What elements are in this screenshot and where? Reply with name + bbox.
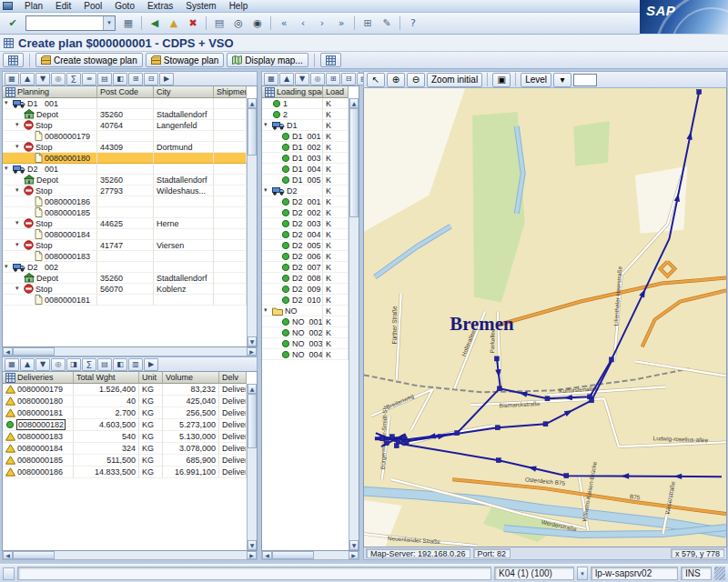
sum-button[interactable]: ∑: [82, 358, 96, 371]
planning-overview-button[interactable]: [3, 53, 24, 67]
column-header-post-code[interactable]: Post Code: [97, 86, 154, 98]
loading-space-row[interactable]: NO 004K: [262, 349, 359, 360]
back-button[interactable]: ◀: [146, 15, 164, 32]
expand-all-button[interactable]: ⊞: [128, 73, 143, 85]
pointer-button[interactable]: ↖: [367, 73, 385, 87]
menu-extras[interactable]: Extras: [141, 1, 179, 11]
expander-icon[interactable]: ▾: [264, 186, 272, 196]
loading-space-row[interactable]: NO 003K: [262, 338, 359, 349]
collapse-all-button[interactable]: ⊟: [341, 73, 356, 85]
scrollbar-thumb[interactable]: [13, 347, 55, 356]
export-button[interactable]: ◧: [113, 73, 127, 85]
choose-layout-button[interactable]: ▦: [5, 358, 19, 371]
create-stowage-plan-button[interactable]: Create stowage plan: [35, 53, 143, 67]
delivery-row[interactable]: 00800001812.700KG256,500Delivery: [3, 407, 257, 419]
scrollbar-thumb[interactable]: [349, 108, 359, 217]
previous-page-button[interactable]: ‹: [294, 15, 312, 32]
column-header-total-wght[interactable]: Total Wght: [74, 372, 139, 384]
expander-icon[interactable]: ▾: [5, 164, 13, 174]
planning-tree-row[interactable]: Depot35260Stadtallendorf: [3, 273, 257, 284]
column-header-load[interactable]: Load: [323, 86, 349, 98]
planning-tree-row[interactable]: 0080000185: [3, 207, 257, 218]
planning-tree-row[interactable]: ▾Stop27793Wildeshaus...: [3, 186, 257, 196]
menu-help[interactable]: Help: [223, 1, 255, 11]
scroll-left-button[interactable]: ◀: [3, 347, 13, 356]
loading-space-row[interactable]: ▾D1K: [262, 120, 359, 131]
scrollbar-thumb[interactable]: [13, 551, 55, 559]
scroll-up-button[interactable]: ▲: [248, 384, 257, 394]
scroll-right-button[interactable]: ▶: [247, 551, 257, 559]
sort-ascending-button[interactable]: ▲: [20, 73, 35, 85]
expander-icon[interactable]: ▾: [5, 262, 13, 272]
zoom-out-button[interactable]: ⊖: [407, 73, 425, 87]
save-button[interactable]: ▦: [119, 15, 137, 32]
last-page-button[interactable]: »: [332, 15, 350, 32]
first-page-button[interactable]: «: [275, 15, 293, 32]
zoom-initial-button[interactable]: Zoom initial: [427, 73, 482, 87]
command-dropdown-icon[interactable]: ▾: [103, 16, 115, 30]
sort-descending-button[interactable]: ▼: [35, 73, 50, 85]
find-button[interactable]: ◎: [310, 73, 325, 85]
planning-tree-row[interactable]: Depot35260Stadtallendorf: [3, 109, 257, 120]
sort-descending-button[interactable]: ▼: [35, 358, 50, 371]
loading-space-row[interactable]: D1 001K: [262, 131, 359, 142]
planning-tree-row[interactable]: 0080000184: [3, 229, 257, 240]
scrollbar-thumb[interactable]: [248, 108, 257, 156]
expand-all-button[interactable]: ⊞: [326, 73, 340, 85]
delivery-row[interactable]: 008000018040KG425,040Delivery: [3, 396, 257, 407]
menu-pool[interactable]: Pool: [77, 1, 108, 11]
column-header-planning[interactable]: Planning: [3, 86, 97, 98]
scroll-left-button[interactable]: ◀: [262, 551, 272, 559]
column-header-city[interactable]: City: [154, 86, 214, 98]
scrollbar-track[interactable]: [314, 551, 349, 559]
find-button[interactable]: ◎: [51, 73, 66, 85]
delivery-row[interactable]: 0080000183540KG5.130,000Delivery: [3, 431, 257, 443]
choose-layout-button[interactable]: ▦: [264, 73, 278, 85]
delivery-row[interactable]: 0080000184324KG3.078,000Delivery: [3, 443, 257, 455]
scroll-left-button[interactable]: ◀: [3, 551, 13, 559]
expander-icon[interactable]: ▾: [264, 120, 272, 130]
scrollbar-thumb[interactable]: [248, 394, 257, 448]
vertical-scrollbar[interactable]: ▲▼: [247, 384, 257, 550]
loading-space-row[interactable]: D2 005K: [262, 240, 359, 251]
resize-grip[interactable]: [714, 567, 725, 580]
loading-space-row[interactable]: D1 003K: [262, 153, 359, 164]
loading-space-row[interactable]: D1 004K: [262, 164, 359, 175]
print-view-button[interactable]: ▤: [97, 73, 112, 85]
next-page-button[interactable]: ›: [313, 15, 331, 32]
status-services-button[interactable]: [3, 567, 15, 580]
scrollbar-track[interactable]: [248, 156, 257, 336]
enter-button[interactable]: ✔: [4, 15, 22, 32]
print-button[interactable]: ▤: [210, 15, 228, 32]
scrollbar-track[interactable]: [248, 448, 257, 540]
loading-space-row[interactable]: D2 007K: [262, 262, 359, 273]
menu-goto[interactable]: Goto: [108, 1, 141, 11]
column-header-deliveries[interactable]: Deliveries: [3, 372, 74, 384]
loading-space-row[interactable]: D2 003K: [262, 218, 359, 229]
level-button[interactable]: Level: [521, 73, 551, 87]
more-functions-button[interactable]: ▶: [144, 358, 158, 371]
delivery-row[interactable]: 00800001791.526,400KG83,232Delivery: [3, 384, 257, 396]
scrollbar-track[interactable]: [55, 347, 247, 356]
loading-space-row[interactable]: NO 002K: [262, 327, 359, 338]
loading-space-row[interactable]: ▾D2K: [262, 186, 359, 196]
planning-hscrollbar[interactable]: ◀▶: [2, 347, 258, 356]
planning-tree-row[interactable]: ▾D2 001: [3, 164, 257, 175]
system-list-button[interactable]: ▾: [577, 567, 588, 580]
column-header-volume[interactable]: Volume: [163, 372, 219, 384]
expander-icon[interactable]: ▾: [15, 120, 24, 130]
cancel-button[interactable]: ✖: [184, 15, 202, 32]
subtotal-button[interactable]: ≡: [82, 73, 96, 85]
map-canvas[interactable]: Fürther StraßeHolleralleeParkalleeLilien…: [364, 88, 726, 547]
scroll-right-button[interactable]: ▶: [349, 551, 359, 559]
planning-tree-row[interactable]: 0080000180: [3, 153, 257, 164]
loading-space-row[interactable]: 1K: [262, 98, 359, 109]
loading-space-row[interactable]: D1 005K: [262, 175, 359, 186]
layers-button[interactable]: ▣: [492, 73, 511, 87]
scroll-up-button[interactable]: ▲: [349, 98, 359, 108]
loading-space-row[interactable]: D2 006K: [262, 251, 359, 262]
display-map-button[interactable]: Display map...: [227, 53, 308, 67]
window-icon[interactable]: [3, 2, 13, 10]
scrollbar-thumb[interactable]: [272, 551, 314, 559]
column-header-shipment[interactable]: Shipment: [214, 86, 247, 98]
